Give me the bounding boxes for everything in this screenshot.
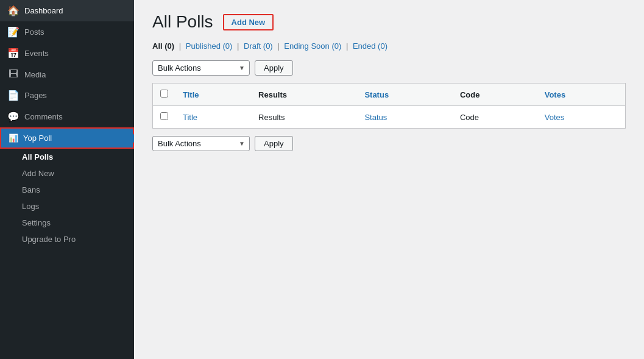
sidebar-item-pages-label: Pages [24,91,47,100]
sidebar-item-posts-label: Posts [24,27,44,37]
sidebar-item-media[interactable]: 🎞 Media [0,64,134,85]
polls-table: Title Results Status Code Votes [152,83,626,129]
sidebar-item-yop-poll[interactable]: 📊 Yop Poll [0,127,134,149]
submenu-logs[interactable]: Logs [0,198,134,215]
row-title-cell[interactable]: Title [175,106,251,129]
filter-draft[interactable]: Draft (0) [244,41,273,51]
filter-ending-soon[interactable]: Ending Soon (0) [284,41,341,51]
events-icon: 📅 [7,48,19,59]
dashboard-icon: 🏠 [7,5,19,16]
col-header-check [153,84,176,106]
pages-icon: 📄 [7,90,19,101]
filter-published[interactable]: Published (0) [186,41,233,51]
row-code-cell: Code [453,106,537,129]
row-votes-cell[interactable]: Votes [537,106,626,129]
top-bulk-bar: Bulk Actions Delete Apply [152,60,626,76]
top-apply-button[interactable]: Apply [255,60,293,76]
submenu-settings[interactable]: Settings [0,215,134,231]
submenu-add-new[interactable]: Add New [0,165,134,182]
bottom-bulk-select-wrapper: Bulk Actions Delete [152,136,250,151]
col-header-code: Code [453,84,537,106]
sidebar-item-media-label: Media [24,70,46,79]
page-header: All Polls Add New [152,12,626,32]
table-row: Title Results Status Code Votes [153,106,626,129]
filter-ended[interactable]: Ended (0) [353,41,387,51]
main-content: All Polls Add New All (0) | Published (0… [134,0,644,359]
submenu-upgrade[interactable]: Upgrade to Pro [0,231,134,247]
row-results-cell: Results [251,106,357,129]
bottom-apply-button[interactable]: Apply [255,136,293,151]
add-new-button[interactable]: Add New [223,14,274,30]
sidebar-item-pages[interactable]: 📄 Pages [0,85,134,106]
media-icon: 🎞 [7,69,19,80]
submenu-all-polls[interactable]: All Polls [0,149,134,165]
sidebar-arrow [133,133,134,143]
submenu-bans[interactable]: Bans [0,182,134,198]
bottom-bulk-bar: Bulk Actions Delete Apply [152,136,626,151]
sidebar-item-events[interactable]: 📅 Events [0,43,134,64]
sidebar-item-dashboard[interactable]: 🏠 Dashboard [0,0,134,21]
sidebar-item-comments[interactable]: 💬 Comments [0,106,134,127]
col-header-status[interactable]: Status [357,84,453,106]
table-header-row: Title Results Status Code Votes [153,84,626,106]
row-status-cell[interactable]: Status [357,106,453,129]
row-check-cell [153,106,176,129]
filter-all[interactable]: All (0) [152,41,174,51]
col-header-results: Results [251,84,357,106]
page-title: All Polls [152,12,213,32]
posts-icon: 📝 [7,26,19,38]
comments-icon: 💬 [7,111,19,123]
top-bulk-select-wrapper: Bulk Actions Delete [152,60,250,76]
bottom-bulk-select[interactable]: Bulk Actions Delete [152,136,250,151]
row-checkbox[interactable] [160,112,168,120]
yop-poll-submenu: All Polls Add New Bans Logs Settings Upg… [0,149,134,247]
col-header-votes[interactable]: Votes [537,84,626,106]
sidebar: 🏠 Dashboard 📝 Posts 📅 Events 🎞 Media 📄 P… [0,0,134,359]
yop-poll-icon: 📊 [9,133,18,143]
sidebar-item-yop-poll-label: Yop Poll [23,133,52,143]
sidebar-item-posts[interactable]: 📝 Posts [0,21,134,43]
filter-links: All (0) | Published (0) | Draft (0) | En… [152,41,626,51]
select-all-checkbox[interactable] [160,90,168,98]
sidebar-item-comments-label: Comments [24,112,63,121]
col-header-title[interactable]: Title [175,84,251,106]
top-bulk-select[interactable]: Bulk Actions Delete [152,60,250,76]
sidebar-item-dashboard-label: Dashboard [24,6,63,15]
sidebar-item-events-label: Events [24,49,49,58]
